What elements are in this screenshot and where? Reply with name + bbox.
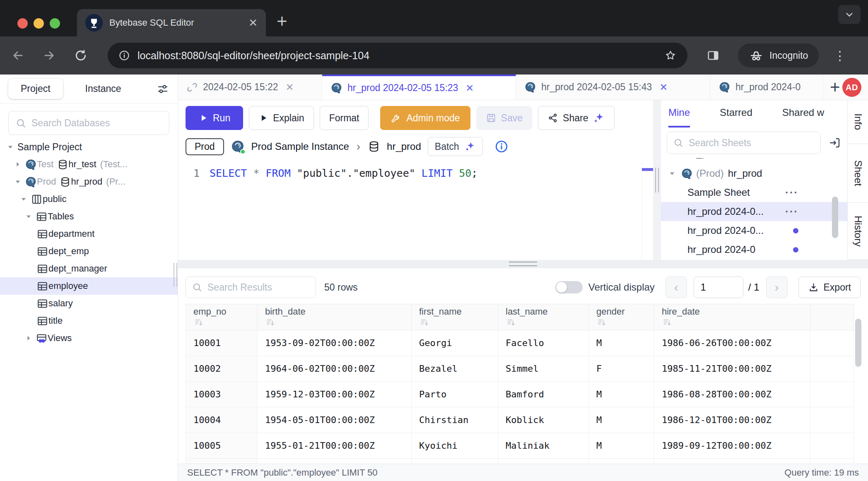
table-cell[interactable]: F — [589, 356, 654, 382]
table-cell[interactable]: M — [589, 433, 654, 459]
table-cell[interactable]: F — [589, 459, 654, 464]
prev-page-button[interactable]: ‹ — [665, 277, 687, 298]
table-cell[interactable]: 1964-06-02T00:00:00Z — [258, 356, 412, 382]
user-avatar[interactable]: AD — [842, 78, 861, 97]
sheet-item-partial[interactable]: hr_prod 2024-0... — [661, 158, 847, 164]
editor-scrollbar[interactable] — [642, 162, 653, 260]
forward-button[interactable] — [42, 48, 56, 63]
table-cell[interactable]: 1989-06-02T00:00:00Z — [654, 459, 810, 464]
chevron-down-icon[interactable] — [7, 143, 17, 151]
sort-icon[interactable] — [193, 317, 257, 328]
table-row[interactable]: 100041954-05-01T00:00:00ZChirstianKoblic… — [186, 407, 854, 433]
column-header-emp_no[interactable]: emp_no — [186, 304, 258, 330]
table-cell[interactable]: Bezalel — [412, 356, 498, 382]
tree-item-hr-test[interactable]: Testhr_test(Test... — [0, 156, 178, 173]
tree-item-dept-emp[interactable]: dept_emp — [0, 243, 178, 260]
next-page-button[interactable]: › — [766, 277, 788, 298]
table-cell[interactable]: M — [589, 330, 654, 356]
sheet-group[interactable]: (Prod)hr_prod — [661, 164, 847, 183]
table-cell[interactable]: 1959-12-03T00:00:00Z — [258, 382, 412, 407]
sort-icon[interactable] — [419, 317, 498, 328]
column-header-first_name[interactable]: first_name — [412, 304, 498, 330]
sort-icon[interactable] — [265, 317, 411, 328]
database-search-input[interactable] — [31, 118, 162, 129]
tab-starred[interactable]: Starred — [720, 107, 752, 127]
collapse-panel-button[interactable] — [828, 136, 841, 149]
table-cell[interactable]: 10002 — [186, 356, 258, 382]
export-button[interactable]: Export — [798, 277, 861, 298]
results-divider[interactable] — [178, 260, 868, 268]
side-tab-history[interactable]: History — [848, 203, 868, 260]
sheet-item-1[interactable]: Sample Sheet··· — [661, 183, 847, 202]
tab-instance[interactable]: Instance — [73, 79, 134, 99]
column-header-birth_date[interactable]: birth_date — [258, 304, 412, 330]
horizontal-drag-handle[interactable] — [509, 262, 537, 266]
sheet-tab-3[interactable]: hr_prod 2024-02-05 15:43✕ — [516, 75, 710, 100]
window-controls[interactable] — [17, 18, 60, 29]
table-cell[interactable]: Chirstian — [412, 407, 498, 433]
table-cell[interactable]: Koblick — [498, 407, 589, 433]
browser-tab[interactable]: Bytebase SQL Editor ✕ — [77, 9, 266, 36]
sheet-tab-1[interactable]: 2024-02-05 15:22✕ — [178, 75, 322, 100]
address-bar[interactable] — [108, 43, 687, 68]
sheet-item-4[interactable]: hr_prod 2024-0 — [661, 240, 847, 259]
site-info-icon[interactable] — [118, 50, 130, 61]
sheet-list-scrollbar[interactable] — [832, 197, 838, 238]
table-cell[interactable]: Simmel — [498, 356, 589, 382]
page-input[interactable] — [694, 277, 743, 298]
table-cell[interactable]: Anneke — [412, 459, 498, 464]
tree-item-title[interactable]: title — [0, 312, 178, 329]
batch-button[interactable]: Batch — [428, 137, 483, 156]
table-cell[interactable]: M — [589, 407, 654, 433]
table-cell[interactable]: Kyoichi — [412, 433, 498, 459]
tree-settings-button[interactable] — [156, 82, 169, 96]
format-button[interactable]: Format — [320, 106, 369, 130]
close-sheet-icon[interactable]: ✕ — [659, 82, 668, 93]
browser-menu-button[interactable]: ⋮ — [834, 48, 846, 63]
new-tab-button[interactable]: + — [277, 11, 287, 31]
sidebar-resize-handle[interactable] — [174, 263, 177, 287]
tree-item-tables[interactable]: Tables — [0, 208, 178, 225]
table-cell[interactable]: 1985-11-21T00:00:00Z — [654, 356, 810, 382]
chevron-down-icon[interactable] — [668, 170, 681, 177]
zoom-window-button[interactable] — [50, 18, 60, 29]
table-cell[interactable]: 10005 — [186, 433, 258, 459]
table-cell[interactable]: 10004 — [186, 407, 258, 433]
info-icon[interactable] — [494, 139, 509, 154]
instance-name[interactable]: Prod Sample Instance — [251, 141, 349, 152]
column-header-hire_date[interactable]: hire_date — [654, 304, 810, 330]
results-scrollbar[interactable] — [855, 319, 861, 367]
table-cell[interactable]: 1955-01-21T00:00:00Z — [258, 433, 412, 459]
bookmark-star-icon[interactable] — [664, 49, 677, 62]
run-button[interactable]: Run — [186, 106, 243, 130]
sort-icon[interactable] — [662, 317, 810, 328]
tree-item-views[interactable]: Views — [0, 329, 178, 347]
chevron-right-icon[interactable] — [25, 334, 36, 342]
tree-item-hr-prod[interactable]: Prodhr_prod(Pr... — [0, 173, 178, 190]
chevron-down-icon[interactable] — [14, 178, 25, 185]
sheet-item-menu-icon[interactable]: ··· — [785, 205, 798, 218]
sheet-search[interactable] — [667, 132, 821, 154]
chevron-down-icon[interactable] — [20, 195, 31, 203]
table-row[interactable]: 100061953-04-20T00:00:00ZAnnekePreusigF1… — [186, 459, 854, 464]
sheet-item-2[interactable]: hr_prod 2024-0...··· — [661, 202, 847, 221]
table-cell[interactable]: 1986-06-26T00:00:00Z — [654, 330, 810, 356]
table-cell[interactable]: 1989-09-12T00:00:00Z — [654, 433, 810, 459]
reload-button[interactable] — [74, 48, 88, 63]
table-cell[interactable]: 1954-05-01T00:00:00Z — [258, 407, 412, 433]
side-panel-button[interactable] — [706, 49, 720, 62]
tab-mine[interactable]: Mine — [668, 107, 690, 127]
side-tab-sheet[interactable]: Sheet — [848, 144, 868, 203]
database-search[interactable] — [8, 111, 169, 135]
table-row[interactable]: 100011953-09-02T00:00:00ZGeorgiFacelloM1… — [186, 330, 854, 356]
chevron-down-icon[interactable] — [25, 213, 36, 220]
results-search[interactable] — [186, 277, 316, 298]
tree-item-dept-manager[interactable]: dept_manager — [0, 260, 178, 277]
tab-project[interactable]: Project — [8, 79, 63, 99]
table-cell[interactable]: 1986-08-28T00:00:00Z — [654, 382, 810, 407]
table-cell[interactable]: 1953-04-20T00:00:00Z — [258, 459, 412, 464]
table-cell[interactable]: M — [589, 382, 654, 407]
close-tab-icon[interactable]: ✕ — [248, 17, 258, 28]
close-window-button[interactable] — [17, 18, 28, 29]
tree-item-employee[interactable]: employee — [0, 277, 178, 295]
